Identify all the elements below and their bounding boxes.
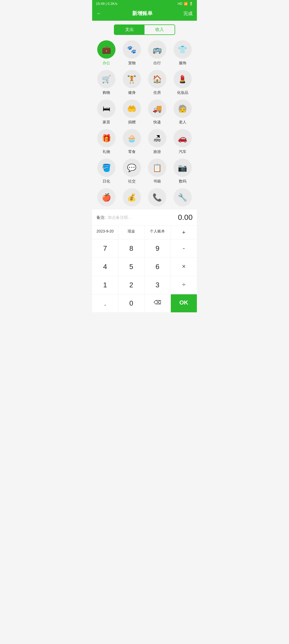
amount-display: 0.00 xyxy=(178,213,193,222)
key-8[interactable]: 8 xyxy=(118,239,145,257)
category-item-clothing[interactable]: 👕服饰 xyxy=(171,40,194,66)
category-icon-tourism: 🏖 xyxy=(148,129,166,147)
key-2[interactable]: 2 xyxy=(118,276,145,294)
calc-date[interactable]: 2023-9-20 xyxy=(92,226,118,239)
wifi-icon: 📶 xyxy=(184,2,188,6)
money-icon[interactable]: 💰 xyxy=(120,188,144,206)
category-icon-social: 💬 xyxy=(123,159,141,177)
note-bar: 备注: 加点备注呗... 0.00 xyxy=(92,209,197,226)
key-6[interactable]: 6 xyxy=(144,257,171,276)
tools-icon[interactable]: 🔧 xyxy=(171,188,194,206)
category-label-fitness: 健身 xyxy=(128,90,136,95)
key-backspace[interactable]: ⌫ xyxy=(144,294,171,312)
tab-container: 支出 收入 xyxy=(114,24,175,35)
category-item-daily[interactable]: 🪣日化 xyxy=(95,159,118,184)
tab-expense[interactable]: 支出 xyxy=(114,25,144,34)
category-icon-elderly: 🧓 xyxy=(174,99,192,118)
key-4[interactable]: 4 xyxy=(92,257,118,276)
category-icon-snack: 🧁 xyxy=(123,129,141,147)
category-label-office: 办公 xyxy=(103,61,110,66)
category-label-snack: 零食 xyxy=(128,149,136,154)
category-item-express[interactable]: 🚚快递 xyxy=(146,99,169,125)
category-item-fitness[interactable]: 🏋️健身 xyxy=(120,70,144,95)
status-bar: 15:49 | 0.2K/s HD 📶 🔋 xyxy=(92,0,197,7)
category-item-donation[interactable]: 🤲捐赠 xyxy=(120,99,144,125)
key-7[interactable]: 7 xyxy=(92,239,118,257)
category-label-cosmetics: 化妆品 xyxy=(177,90,188,95)
category-item-shopping[interactable]: 🛒购物 xyxy=(95,70,118,95)
done-button[interactable]: 完成 xyxy=(183,10,193,17)
category-item-snack[interactable]: 🧁零食 xyxy=(120,129,144,154)
category-label-clothing: 服饰 xyxy=(179,61,186,66)
category-item-cosmetics[interactable]: 💄化妆品 xyxy=(171,70,194,95)
category-icon-clothing: 👕 xyxy=(174,40,192,59)
key-0[interactable]: 0 xyxy=(118,294,145,312)
page-title: 新增账单 xyxy=(132,10,153,17)
apple-icon[interactable]: 🍎 xyxy=(95,188,118,206)
category-icon-pet: 🐾 xyxy=(123,40,141,59)
category-label-book: 书籍 xyxy=(153,179,161,184)
calc-plus[interactable]: + xyxy=(171,226,197,239)
key-dot[interactable]: . xyxy=(92,294,118,312)
key-5[interactable]: 5 xyxy=(118,257,145,276)
category-item-car[interactable]: 🚗汽车 xyxy=(171,129,194,154)
category-item-gift[interactable]: 🎁礼物 xyxy=(95,129,118,154)
category-label-social: 社交 xyxy=(128,179,136,184)
category-grid: 💼办公🐾宠物🚌出行👕服饰🛒购物🏋️健身🏠住房💄化妆品🛏家居🤲捐赠🚚快递🧓老人🎁礼… xyxy=(92,38,197,184)
tab-switch: 支出 收入 xyxy=(92,21,197,38)
op-divide[interactable]: ÷ xyxy=(171,276,197,294)
category-label-car: 汽车 xyxy=(179,149,186,154)
category-label-digital: 数码 xyxy=(179,179,186,184)
calc-meta-row: 2023-9-20 现金 个人账本 + xyxy=(92,226,197,239)
category-item-elderly[interactable]: 🧓老人 xyxy=(171,99,194,125)
category-label-tourism: 旅游 xyxy=(153,149,161,154)
category-item-furniture[interactable]: 🛏家居 xyxy=(95,99,118,125)
category-item-digital[interactable]: 📷数码 xyxy=(171,159,194,184)
op-multiply[interactable]: × xyxy=(171,257,197,276)
category-label-pet: 宠物 xyxy=(128,61,136,66)
category-item-pet[interactable]: 🐾宠物 xyxy=(120,40,144,66)
tab-income[interactable]: 收入 xyxy=(144,25,175,34)
battery-icon: 🔋 xyxy=(189,2,193,6)
category-icon-fitness: 🏋️ xyxy=(123,70,141,88)
header: ← 新增账单 完成 xyxy=(92,7,197,21)
category-label-express: 快递 xyxy=(153,120,161,125)
key-3[interactable]: 3 xyxy=(144,276,171,294)
category-item-book[interactable]: 📋书籍 xyxy=(146,159,169,184)
category-icon-digital: 📷 xyxy=(174,159,192,177)
category-icon-cosmetics: 💄 xyxy=(174,70,192,88)
category-more-row: 🍎💰📞🔧 xyxy=(92,184,197,206)
category-icon-book: 📋 xyxy=(148,159,166,177)
category-icon-gift: 🎁 xyxy=(97,129,115,147)
calc-account[interactable]: 个人账本 xyxy=(144,226,171,239)
category-icon-donation: 🤲 xyxy=(123,99,141,118)
category-label-shopping: 购物 xyxy=(103,90,110,95)
category-label-gift: 礼物 xyxy=(103,149,110,154)
category-icon-car: 🚗 xyxy=(174,129,192,147)
category-label-housing: 住房 xyxy=(153,90,161,95)
calc-payment[interactable]: 现金 xyxy=(118,226,145,239)
category-item-social[interactable]: 💬社交 xyxy=(120,159,144,184)
status-icons: HD 📶 🔋 xyxy=(178,2,193,6)
category-icon-housing: 🏠 xyxy=(148,70,166,88)
category-icon-daily: 🪣 xyxy=(97,159,115,177)
category-icon-shopping: 🛒 xyxy=(97,70,115,88)
calculator: 2023-9-20 现金 个人账本 + 789-456×123÷.0⌫OK xyxy=(92,226,197,312)
note-placeholder[interactable]: 加点备注呗... xyxy=(108,215,131,220)
note-label: 备注: 加点备注呗... xyxy=(96,215,131,220)
category-item-tourism[interactable]: 🏖旅游 xyxy=(146,129,169,154)
back-button[interactable]: ← xyxy=(96,11,101,16)
phone-icon[interactable]: 📞 xyxy=(146,188,169,206)
category-item-travel[interactable]: 🚌出行 xyxy=(146,40,169,66)
key-9[interactable]: 9 xyxy=(144,239,171,257)
status-time: 15:49 | 0.2K/s xyxy=(96,2,117,6)
category-item-office[interactable]: 💼办公 xyxy=(95,40,118,66)
category-icon-express: 🚚 xyxy=(148,99,166,118)
op-minus[interactable]: - xyxy=(171,239,197,257)
category-label-elderly: 老人 xyxy=(179,120,186,125)
category-item-housing[interactable]: 🏠住房 xyxy=(146,70,169,95)
key-ok[interactable]: OK xyxy=(171,294,197,312)
key-1[interactable]: 1 xyxy=(92,276,118,294)
category-icon-travel: 🚌 xyxy=(148,40,166,59)
signal-icon: HD xyxy=(178,2,182,6)
